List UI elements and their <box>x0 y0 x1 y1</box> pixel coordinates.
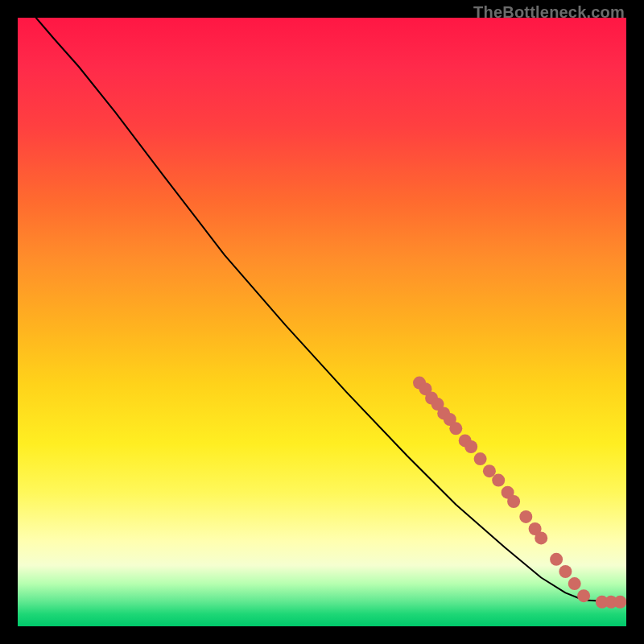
curve-markers <box>413 377 626 609</box>
svg-point-2 <box>425 392 438 405</box>
chart-overlay <box>18 18 626 626</box>
svg-point-5 <box>444 413 456 426</box>
curve-line <box>36 18 621 602</box>
gradient-plot-area <box>18 18 626 626</box>
svg-point-13 <box>507 495 520 508</box>
svg-point-20 <box>577 589 590 602</box>
svg-point-17 <box>550 553 563 566</box>
svg-point-14 <box>519 510 532 523</box>
svg-point-9 <box>474 452 487 465</box>
svg-point-4 <box>437 407 450 419</box>
svg-point-19 <box>568 577 581 590</box>
svg-point-18 <box>559 565 572 578</box>
svg-point-7 <box>459 434 472 447</box>
svg-point-8 <box>464 440 477 453</box>
svg-point-0 <box>413 377 426 390</box>
svg-point-10 <box>483 464 496 477</box>
svg-point-16 <box>535 531 547 544</box>
svg-point-11 <box>492 474 505 487</box>
chart-frame: TheBottleneck.com <box>0 0 644 644</box>
svg-point-6 <box>449 422 462 435</box>
svg-point-23 <box>613 596 626 609</box>
svg-point-22 <box>605 596 617 609</box>
svg-point-15 <box>529 522 542 535</box>
svg-point-21 <box>596 596 609 609</box>
svg-point-1 <box>419 382 432 395</box>
svg-point-12 <box>502 486 514 499</box>
svg-point-3 <box>431 398 444 411</box>
